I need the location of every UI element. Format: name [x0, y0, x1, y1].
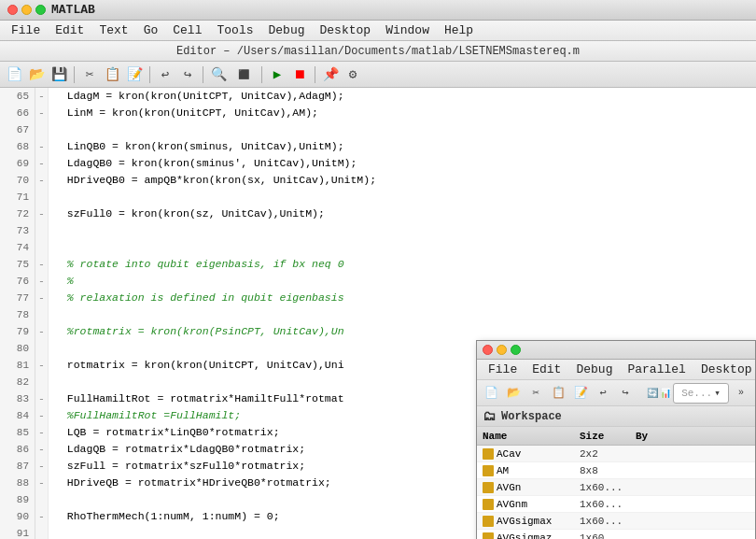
popup-traffic-lights[interactable]: [483, 345, 521, 355]
popup-undo-button[interactable]: ↩: [593, 383, 613, 404]
popup-menu-file[interactable]: File: [481, 362, 525, 376]
line-content: % rotate into qubit eigenbasis, if bx ne…: [49, 256, 344, 273]
redo-button[interactable]: ↪: [177, 64, 198, 85]
table-row[interactable]: AVGnm1x60...: [477, 496, 755, 513]
var-icon: [483, 516, 494, 527]
code-line: 65- LdagM = kron(kron(UnitCPT, UnitCav),…: [0, 88, 756, 105]
popup-table-header: Name Size By: [477, 427, 755, 446]
line-content: LdagQB0 = kron(kron(sminus', UnitCav),Un…: [49, 155, 357, 172]
var-name: AVGnm: [477, 499, 580, 510]
popup-menu-desktop[interactable]: Desktop: [693, 362, 756, 376]
line-number: 87: [0, 458, 35, 475]
close-button[interactable]: [7, 5, 18, 15]
new-file-button[interactable]: 📄: [4, 64, 24, 85]
code-line: 67: [0, 121, 756, 138]
paste-button[interactable]: 📝: [124, 64, 145, 85]
var-size: 1x60...: [580, 516, 636, 527]
search-dropdown-icon[interactable]: ▾: [714, 387, 721, 399]
var-size: 1x60...: [580, 532, 636, 540]
menu-edit[interactable]: Edit: [48, 23, 91, 37]
menu-file[interactable]: File: [4, 23, 48, 37]
menu-text[interactable]: Text: [91, 23, 135, 37]
workspace-label: Workspace: [501, 410, 562, 423]
menu-desktop[interactable]: Desktop: [313, 23, 379, 37]
popup-more-button[interactable]: »: [731, 383, 751, 404]
var-size: 1x60...: [580, 482, 636, 493]
copy-button[interactable]: 📋: [102, 64, 122, 85]
menu-tools[interactable]: Tools: [209, 23, 260, 37]
popup-toolbar: 📄 📂 ✂ 📋 📝 ↩ ↪ 🔄 📊 Se... ▾ »: [477, 380, 755, 406]
table-row[interactable]: AVGsigmaz1x60...: [477, 530, 755, 539]
menu-help[interactable]: Help: [437, 23, 481, 37]
var-size: 8x8: [580, 465, 636, 476]
line-dash: [35, 189, 49, 206]
popup-menu-debug[interactable]: Debug: [568, 362, 620, 376]
popup-export-button[interactable]: 📊: [660, 388, 671, 399]
line-number: 71: [0, 189, 35, 206]
save-button[interactable]: 💾: [49, 64, 69, 85]
code-line: 77- % relaxation is defined in qubit eig…: [0, 290, 756, 306]
line-dash: -: [35, 88, 49, 105]
breakpoint-button[interactable]: 📌: [320, 64, 341, 85]
undo-button[interactable]: ↩: [155, 64, 175, 85]
var-name-text: AM: [497, 465, 509, 476]
line-number: 67: [0, 121, 35, 138]
popup-copy-button[interactable]: 📋: [548, 383, 568, 404]
toolbar-separator-2: [149, 66, 150, 83]
line-number: 80: [0, 340, 35, 357]
line-dash: -: [35, 441, 49, 458]
line-content: rotmatrix = kron(kron(UnitCPT, UnitCav),…: [49, 357, 344, 374]
line-content: LdagQB = rotmatrix*LdagQB0*rotmatrix;: [49, 441, 305, 458]
line-number: 75: [0, 256, 35, 273]
table-row[interactable]: AVGsigmax1x60...: [477, 513, 755, 530]
editor-title-text: Editor – /Users/masillan/Documents/matla…: [176, 45, 580, 58]
code-line: 68- LinQB0 = kron(kron(sminus, UnitCav),…: [0, 138, 756, 155]
line-number: 88: [0, 475, 35, 491]
minimize-button[interactable]: [21, 5, 32, 15]
table-row[interactable]: AVGn1x60...: [477, 479, 755, 496]
popup-cut-button[interactable]: ✂: [525, 383, 546, 404]
popup-minimize-button[interactable]: [497, 345, 507, 355]
popup-menu-parallel[interactable]: Parallel: [620, 362, 693, 376]
var-name-text: AVGsigmaz: [497, 532, 552, 540]
find-button[interactable]: 🔍: [208, 64, 229, 85]
menu-debug[interactable]: Debug: [261, 23, 313, 37]
var-name: AM: [477, 465, 580, 476]
stop-button[interactable]: ⏹: [289, 64, 310, 85]
run-button[interactable]: ▶: [267, 64, 287, 85]
menu-go[interactable]: Go: [136, 23, 166, 37]
menu-cell[interactable]: Cell: [165, 23, 209, 37]
settings-button[interactable]: ⚙: [343, 64, 363, 85]
line-dash: -: [35, 172, 49, 189]
popup-search-input[interactable]: Se... ▾: [673, 383, 729, 404]
popup-new-button[interactable]: 📄: [481, 383, 501, 404]
table-row[interactable]: AM8x8: [477, 462, 755, 479]
var-icon: [483, 499, 494, 510]
line-content: RhoThermMech(1:numM, 1:numM) = 0;: [49, 508, 280, 525]
line-dash: [35, 239, 49, 256]
var-name-text: AVGnm: [497, 499, 527, 510]
cut-button[interactable]: ✂: [79, 64, 100, 85]
popup-redo-button[interactable]: ↪: [615, 383, 636, 404]
maximize-button[interactable]: [35, 5, 46, 15]
debug-button[interactable]: ⬛: [231, 64, 257, 85]
line-number: 85: [0, 424, 35, 441]
popup-import-button[interactable]: 🔄: [647, 388, 658, 399]
line-content: %rotmatrix = kron(kron(PsinCPT, UnitCav)…: [49, 323, 344, 340]
traffic-lights[interactable]: [7, 5, 46, 15]
popup-paste-button[interactable]: 📝: [570, 383, 591, 404]
popup-close-button[interactable]: [483, 345, 493, 355]
toolbar-separator-1: [74, 66, 75, 83]
popup-menu-edit[interactable]: Edit: [525, 362, 568, 376]
line-content: LQB = rotmatrix*LinQB0*rotmatrix;: [49, 424, 280, 441]
popup-maximize-button[interactable]: [511, 345, 521, 355]
open-file-button[interactable]: 📂: [26, 64, 47, 85]
code-line: 75- % rotate into qubit eigenbasis, if b…: [0, 256, 756, 273]
line-number: 89: [0, 491, 35, 508]
menu-window[interactable]: Window: [378, 23, 437, 37]
table-row[interactable]: ACav2x2: [477, 446, 755, 462]
popup-open-button[interactable]: 📂: [503, 383, 524, 404]
matlab-title-bar: MATLAB: [0, 0, 756, 21]
editor-area: 65- LdagM = kron(kron(UnitCPT, UnitCav),…: [0, 88, 756, 539]
line-content: LinQB0 = kron(kron(sminus, UnitCav),Unit…: [49, 138, 344, 155]
